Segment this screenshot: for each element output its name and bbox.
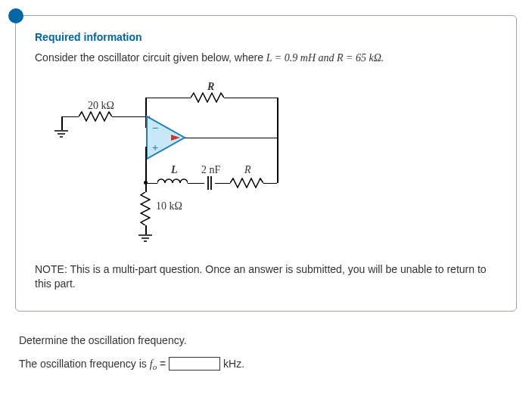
svg-text:+: + <box>152 141 158 153</box>
input-resistor-label: 20 kΩ <box>88 100 114 112</box>
question-area: Determine the oscillation frequency. The… <box>15 334 517 371</box>
circuit-diagram: R 20 kΩ <box>58 81 307 247</box>
q-eq: = <box>157 357 169 369</box>
q-unit: kHz. <box>220 357 244 369</box>
prompt-lead: Consider the oscillator circuit given be… <box>35 51 266 64</box>
info-icon <box>8 8 23 23</box>
ground-resistor-label: 10 kΩ <box>156 200 182 212</box>
prompt-text: Consider the oscillator circuit given be… <box>35 51 497 66</box>
note-text: NOTE: This is a multi-part question. Onc… <box>35 262 497 292</box>
inductor-label: L <box>171 164 178 176</box>
r-top-label: R <box>207 81 214 93</box>
prompt-vars: L = 0.9 mH and R = 65 kΩ. <box>266 52 384 64</box>
problem-card: Required information Consider the oscill… <box>15 15 517 312</box>
cap-label: 2 nF <box>201 164 220 176</box>
question-line2: The oscillation frequency is fo = kHz. <box>19 357 517 371</box>
ground-left-icon <box>54 130 68 139</box>
r-right-label: R <box>244 164 251 176</box>
q-lead: The oscillation frequency is <box>19 357 150 369</box>
svg-text:−: − <box>152 122 158 134</box>
question-line1: Determine the oscillation frequency. <box>19 334 517 346</box>
opamp-icon: − + <box>145 115 186 163</box>
section-title: Required information <box>35 31 497 43</box>
answer-input[interactable] <box>169 357 220 371</box>
